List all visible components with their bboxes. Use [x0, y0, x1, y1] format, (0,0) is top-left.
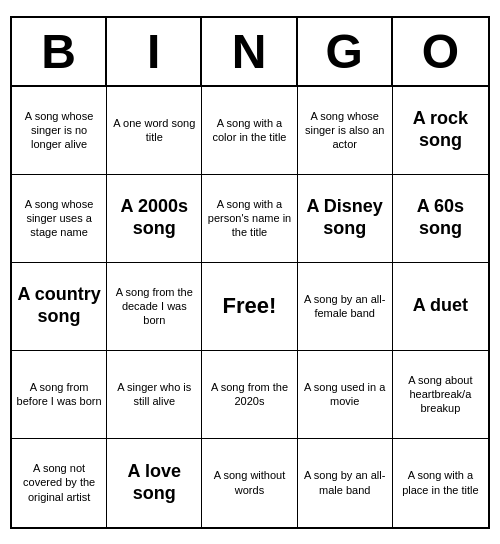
bingo-cell-text-11: A song from the decade I was born — [111, 285, 197, 328]
bingo-cell-12[interactable]: Free! — [202, 263, 297, 351]
bingo-cell-4[interactable]: A rock song — [393, 87, 488, 175]
bingo-cell-text-1: A one word song title — [111, 116, 197, 145]
bingo-cell-7[interactable]: A song with a person's name in the title — [202, 175, 297, 263]
bingo-cell-6[interactable]: A 2000s song — [107, 175, 202, 263]
bingo-cell-19[interactable]: A song about heartbreak/a breakup — [393, 351, 488, 439]
bingo-cell-text-18: A song used in a movie — [302, 380, 388, 409]
bingo-cell-text-16: A singer who is still alive — [111, 380, 197, 409]
bingo-cell-17[interactable]: A song from the 2020s — [202, 351, 297, 439]
bingo-cell-text-20: A song not covered by the original artis… — [16, 461, 102, 504]
bingo-cell-11[interactable]: A song from the decade I was born — [107, 263, 202, 351]
bingo-letter-i: I — [107, 18, 202, 85]
bingo-cell-8[interactable]: A Disney song — [298, 175, 393, 263]
bingo-grid: A song whose singer is no longer aliveA … — [12, 87, 488, 527]
bingo-cell-text-3: A song whose singer is also an actor — [302, 109, 388, 152]
bingo-cell-21[interactable]: A love song — [107, 439, 202, 527]
bingo-cell-10[interactable]: A country song — [12, 263, 107, 351]
bingo-cell-text-21: A love song — [111, 461, 197, 504]
bingo-cell-text-23: A song by an all-male band — [302, 468, 388, 497]
bingo-cell-2[interactable]: A song with a color in the title — [202, 87, 297, 175]
bingo-cell-text-10: A country song — [16, 284, 102, 327]
bingo-letter-o: O — [393, 18, 488, 85]
bingo-cell-text-14: A duet — [413, 295, 468, 317]
bingo-cell-13[interactable]: A song by an all-female band — [298, 263, 393, 351]
bingo-cell-text-22: A song without words — [206, 468, 292, 497]
bingo-card: BINGO A song whose singer is no longer a… — [10, 16, 490, 529]
bingo-cell-15[interactable]: A song from before I was born — [12, 351, 107, 439]
bingo-cell-0[interactable]: A song whose singer is no longer alive — [12, 87, 107, 175]
bingo-cell-text-13: A song by an all-female band — [302, 292, 388, 321]
bingo-letter-g: G — [298, 18, 393, 85]
bingo-cell-text-8: A Disney song — [302, 196, 388, 239]
bingo-cell-text-4: A rock song — [397, 108, 484, 151]
bingo-cell-text-2: A song with a color in the title — [206, 116, 292, 145]
bingo-cell-text-15: A song from before I was born — [16, 380, 102, 409]
bingo-cell-text-9: A 60s song — [397, 196, 484, 239]
bingo-cell-text-0: A song whose singer is no longer alive — [16, 109, 102, 152]
bingo-cell-text-6: A 2000s song — [111, 196, 197, 239]
bingo-cell-3[interactable]: A song whose singer is also an actor — [298, 87, 393, 175]
bingo-cell-text-24: A song with a place in the title — [397, 468, 484, 497]
bingo-cell-22[interactable]: A song without words — [202, 439, 297, 527]
bingo-letter-n: N — [202, 18, 297, 85]
bingo-cell-text-17: A song from the 2020s — [206, 380, 292, 409]
bingo-cell-9[interactable]: A 60s song — [393, 175, 488, 263]
bingo-cell-text-19: A song about heartbreak/a breakup — [397, 373, 484, 416]
bingo-header: BINGO — [12, 18, 488, 87]
bingo-letter-b: B — [12, 18, 107, 85]
bingo-cell-5[interactable]: A song whose singer uses a stage name — [12, 175, 107, 263]
bingo-cell-24[interactable]: A song with a place in the title — [393, 439, 488, 527]
bingo-cell-23[interactable]: A song by an all-male band — [298, 439, 393, 527]
bingo-cell-18[interactable]: A song used in a movie — [298, 351, 393, 439]
bingo-cell-14[interactable]: A duet — [393, 263, 488, 351]
bingo-cell-20[interactable]: A song not covered by the original artis… — [12, 439, 107, 527]
bingo-cell-1[interactable]: A one word song title — [107, 87, 202, 175]
bingo-cell-text-12: Free! — [223, 293, 277, 319]
bingo-cell-16[interactable]: A singer who is still alive — [107, 351, 202, 439]
bingo-cell-text-7: A song with a person's name in the title — [206, 197, 292, 240]
bingo-cell-text-5: A song whose singer uses a stage name — [16, 197, 102, 240]
